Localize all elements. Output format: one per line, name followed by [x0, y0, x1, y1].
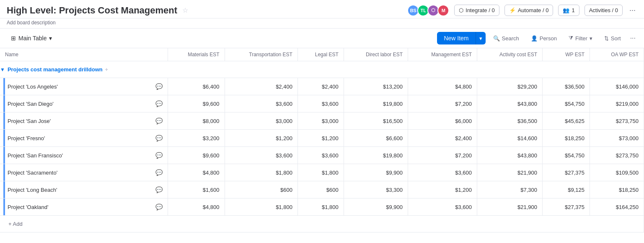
main-table-button[interactable]: ⊞ Main Table ▾	[7, 32, 56, 44]
row-color-bar	[3, 112, 5, 129]
group-header-row: ▼ Projects cost management drilldown +	[0, 61, 644, 78]
cell-wp: $9,125	[542, 181, 590, 199]
row-color-bar	[3, 130, 5, 146]
cell-activity: $43,800	[477, 95, 543, 112]
comment-icon[interactable]: 💬	[155, 118, 163, 124]
cell-materials: $9,600	[168, 147, 225, 164]
cell-legal: $1,800	[297, 199, 344, 216]
header: High Level: Projects Cost Management ☆ B…	[0, 0, 644, 18]
cell-activity: $43,800	[477, 147, 543, 164]
toolbar-more-icon[interactable]: ···	[628, 33, 637, 44]
table-row: Project 'Fresno' 💬 $3,200 $1,200 $1,200 …	[0, 130, 644, 147]
row-color-bar	[3, 181, 5, 198]
search-icon: 🔍	[493, 35, 500, 42]
comment-icon[interactable]: 💬	[155, 152, 163, 159]
integrate-button[interactable]: ⬡ Integrate / 0	[454, 5, 499, 16]
new-item-dropdown-button[interactable]: ▾	[476, 32, 486, 44]
activities-button[interactable]: Activities / 0	[585, 5, 623, 16]
cell-wp: $45,625	[542, 112, 590, 130]
comment-icon[interactable]: 💬	[155, 100, 163, 107]
row-color-bar	[3, 95, 5, 112]
cell-activity: $7,300	[477, 181, 543, 199]
sort-button[interactable]: ⇅ Sort	[600, 33, 625, 44]
cell-transport: $3,600	[225, 147, 297, 164]
group-chevron-icon[interactable]: ▼	[0, 67, 5, 73]
cell-transport: $1,800	[225, 164, 297, 181]
row-name-cell: Project 'Long Beach' 💬	[0, 181, 168, 199]
summary-row: 30 sum $48,000 sum $18,000 sum $18,000 s…	[0, 233, 644, 233]
cell-labor: $6,600	[344, 130, 408, 147]
cell-transport: $2,400	[225, 78, 297, 95]
comment-icon[interactable]: 💬	[155, 169, 163, 176]
page-title: High Level: Projects Cost Management	[7, 5, 177, 16]
new-item-group: New Item ▾	[437, 32, 485, 44]
cell-management: $3,600	[408, 199, 477, 216]
table-row: Project 'San Diego' 💬 $9,600 $3,600 $3,6…	[0, 95, 644, 112]
add-row-cell[interactable]: + Add	[0, 216, 644, 233]
column-headers: Name Materials EST Transportation EST Le…	[0, 48, 644, 61]
search-button[interactable]: 🔍 Search	[489, 33, 523, 44]
person-button[interactable]: 👤 Person	[527, 33, 561, 44]
row-name-cell: Project 'Sacramento' 💬	[0, 164, 168, 181]
cell-transport: $3,000	[225, 112, 297, 130]
automate-button[interactable]: ⚡ Automate / 0	[504, 5, 553, 16]
cell-labor: $9,900	[344, 164, 408, 181]
cell-oawp: $73,000	[590, 130, 644, 147]
person-label: Person	[540, 35, 557, 42]
comment-icon[interactable]: 💬	[155, 204, 163, 210]
comment-icon[interactable]: 💬	[155, 135, 163, 141]
summary-materials-cell: $48,000 sum	[168, 233, 225, 233]
new-item-button[interactable]: New Item	[437, 32, 475, 44]
table-icon: ⊞	[11, 35, 16, 42]
automate-label: Automate / 0	[518, 7, 549, 13]
cell-oawp: $273,750	[590, 112, 644, 130]
cell-wp: $36,500	[542, 78, 590, 95]
row-name-cell: Project 'San Fransisco' 💬	[0, 147, 168, 164]
star-icon[interactable]: ☆	[182, 6, 188, 14]
add-row[interactable]: + Add	[0, 216, 644, 233]
sort-icon: ⇅	[604, 35, 609, 42]
people-button[interactable]: 👥 1	[558, 5, 579, 16]
cell-activity: $14,600	[477, 130, 543, 147]
cell-wp: $27,375	[542, 164, 590, 181]
summary-management-cell: $36,000 sum	[408, 233, 477, 233]
col-labor: Direct labor EST	[344, 48, 408, 61]
toolbar: ⊞ Main Table ▾ New Item ▾ 🔍 Search 👤 Per…	[0, 29, 644, 48]
cell-oawp: $164,250	[590, 199, 644, 216]
avatar-group: BS TL ⬡ M	[409, 5, 449, 16]
cell-management: $7,200	[408, 95, 477, 112]
header-more-icon[interactable]: ···	[628, 4, 637, 16]
cell-management: $2,400	[408, 130, 477, 147]
filter-icon: ⧩	[569, 35, 573, 42]
summary-activity-cell: $219,000 sum	[477, 233, 543, 233]
col-legal: Legal EST	[297, 48, 344, 61]
cell-management: $6,000	[408, 112, 477, 130]
people-icon: 👥	[563, 7, 569, 13]
cell-oawp: $273,750	[590, 147, 644, 164]
comment-icon[interactable]: 💬	[155, 83, 163, 90]
chevron-down-icon: ▾	[479, 35, 482, 42]
cell-materials: $4,800	[168, 164, 225, 181]
table-row: Project 'San Jose' 💬 $8,000 $3,000 $3,00…	[0, 112, 644, 130]
cell-activity: $21,900	[477, 199, 543, 216]
cell-oawp: $146,000	[590, 78, 644, 95]
cell-transport: $1,800	[225, 199, 297, 216]
row-name-cell: Project 'San Jose' 💬	[0, 112, 168, 130]
board-description[interactable]: Add board description	[7, 20, 56, 26]
cell-management: $4,800	[408, 78, 477, 95]
cell-wp: $18,250	[542, 130, 590, 147]
cell-oawp: $109,500	[590, 164, 644, 181]
table-row: Project 'Long Beach' 💬 $1,600 $600 $600 …	[0, 181, 644, 199]
filter-label: Filter	[575, 35, 587, 42]
cell-legal: $1,200	[297, 130, 344, 147]
row-color-bar	[3, 147, 5, 164]
add-row-label[interactable]: + Add	[8, 221, 23, 227]
avatar[interactable]: M	[437, 5, 449, 16]
table-row: Project 'Sacramento' 💬 $4,800 $1,800 $1,…	[0, 164, 644, 181]
filter-button[interactable]: ⧩ Filter ▾	[564, 32, 597, 44]
people-label: 1	[572, 7, 574, 13]
cell-wp: $54,750	[542, 95, 590, 112]
comment-icon[interactable]: 💬	[155, 186, 163, 193]
group-add-icon[interactable]: +	[105, 67, 108, 73]
row-color-bar	[3, 199, 5, 215]
